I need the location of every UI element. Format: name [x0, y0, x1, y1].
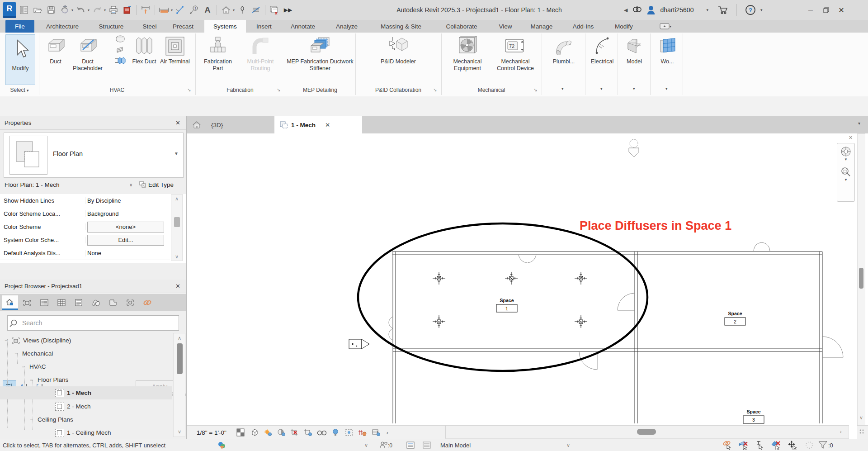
steering-wheel-icon[interactable]	[837, 143, 854, 157]
view-tab-1-mech[interactable]: 1 - Mech ✕	[274, 116, 362, 133]
username[interactable]: dharti25600	[660, 6, 693, 14]
tree-item-1-ceiling-mech[interactable]: 1 - Ceiling Mech	[0, 426, 172, 437]
color-scheme-button[interactable]: <none>	[87, 222, 164, 233]
panel-label-pid[interactable]: P&ID Collaboration	[355, 87, 441, 95]
tree-item-mechanical[interactable]: − Mechanical	[0, 347, 172, 360]
plumbing-panel-button[interactable]: Plumbi...	[544, 34, 583, 65]
browser-schedules-icon[interactable]	[36, 295, 52, 310]
browser-links-icon[interactable]	[122, 295, 138, 310]
tab-manage[interactable]: Manage	[525, 20, 558, 33]
editing-requests-icon[interactable]	[378, 440, 389, 450]
tab-architecture[interactable]: Architecture	[41, 20, 84, 33]
zoom-tool-dropdown[interactable]: ▾	[837, 177, 854, 182]
convert-to-flex-duct-icon[interactable]	[111, 56, 129, 67]
browser-search[interactable]	[7, 315, 179, 331]
ribbon-display-toggle-icon[interactable]: ▾	[656, 20, 675, 33]
collapse-icon[interactable]: −	[22, 364, 28, 370]
scroll-down-icon[interactable]: ∨	[178, 429, 181, 434]
zoom-tool-icon[interactable]	[837, 166, 854, 177]
browser-views-icon[interactable]	[19, 295, 35, 310]
steering-wheel-dropdown[interactable]: ▾	[837, 157, 854, 161]
reveal-constraints-icon[interactable]	[356, 427, 369, 438]
resize-grip[interactable]	[857, 425, 868, 439]
collapse-icon[interactable]: −	[5, 337, 11, 344]
tree-item-1-mech[interactable]: 1 - Mech	[0, 386, 172, 399]
view-tab-close-icon[interactable]: ✕	[325, 121, 330, 128]
walls[interactable]	[392, 252, 822, 423]
crop-region-icon[interactable]	[302, 427, 315, 438]
worksharing-status-icon[interactable]	[216, 440, 227, 450]
restore-button[interactable]	[818, 0, 834, 20]
drawing-canvas[interactable]: Place Diffusers in Space 1 Space 1 Space…	[187, 133, 857, 425]
horizontal-scrollbar[interactable]: ›	[445, 425, 849, 439]
select-underlay-toggle-icon[interactable]	[738, 440, 749, 450]
dimension-dropdown[interactable]: ▾	[171, 8, 173, 12]
tab-analyze[interactable]: Analyze	[331, 20, 363, 33]
tag-icon[interactable]: 1	[188, 4, 200, 16]
thin-lines-icon[interactable]	[250, 4, 262, 16]
air-diffuser-symbol[interactable]	[433, 272, 445, 285]
model-panel-dropdown[interactable]: ▾	[633, 86, 635, 91]
scroll-up-icon[interactable]: ∧	[175, 196, 179, 201]
home-icon[interactable]	[220, 4, 232, 16]
properties-close-icon[interactable]: ✕	[175, 119, 180, 126]
collapse-icon[interactable]: −	[30, 377, 36, 383]
main-model-select[interactable]: Main Model	[440, 442, 471, 449]
panel-label-mechanical[interactable]: Mechanical	[441, 87, 542, 95]
property-row[interactable]: System Color Sche... Edit...	[0, 233, 170, 247]
pid-dialog-launcher-icon[interactable]: ↘	[433, 87, 437, 92]
transfer-project-icon[interactable]	[121, 4, 133, 16]
redo-icon[interactable]	[91, 4, 103, 16]
worksets-panel-button[interactable]: Wo...	[654, 34, 681, 65]
mep-fabrication-ductwork-stiffener-button[interactable]: MEP Fabrication Ductwork Stiffener	[287, 34, 354, 72]
collapse-icon[interactable]: −	[14, 351, 21, 357]
aligned-dimension-icon[interactable]	[175, 4, 186, 16]
detail-level-icon[interactable]	[234, 427, 247, 438]
select-links-toggle-icon[interactable]	[722, 440, 732, 450]
minimize-button[interactable]: ─	[803, 0, 818, 20]
browser-link-chain-icon[interactable]	[139, 295, 156, 310]
tab-collaborate[interactable]: Collaborate	[439, 20, 484, 33]
help-dropdown-icon[interactable]: ▾	[760, 8, 763, 12]
project-browser-close-icon[interactable]: ✕	[175, 283, 180, 290]
search-input[interactable]	[21, 319, 159, 327]
fabrication-dialog-launcher-icon[interactable]: ↘	[277, 87, 280, 92]
temporary-view-properties-icon[interactable]	[329, 427, 342, 438]
collapse-bar-icon[interactable]: ‹	[387, 429, 388, 436]
shadows-icon[interactable]	[274, 427, 288, 438]
tree-item-ceiling-plans[interactable]: − Ceiling Plans	[0, 413, 172, 426]
elevation-marker[interactable]	[629, 139, 639, 157]
cart-icon[interactable]	[717, 5, 728, 15]
edit-type-button[interactable]: Edit Type	[148, 181, 174, 188]
dimension-icon[interactable]	[158, 4, 170, 16]
air-diffuser-symbol[interactable]	[575, 272, 587, 285]
print-icon[interactable]	[108, 4, 119, 16]
worksets-panel-dropdown[interactable]: ▾	[665, 86, 668, 91]
view-tab-3d[interactable]: {3D}	[206, 116, 275, 133]
background-processes-icon[interactable]	[804, 440, 815, 450]
air-diffuser-symbol[interactable]	[433, 315, 445, 328]
tab-modify[interactable]: Modify	[609, 20, 638, 33]
section-icon[interactable]	[236, 4, 248, 16]
tree-item-floor-plans[interactable]: − Floor Plans	[0, 373, 172, 386]
plumbing-panel-dropdown[interactable]: ▾	[561, 86, 564, 91]
scroll-down-icon[interactable]: ∨	[859, 415, 863, 420]
search-help-icon[interactable]	[632, 5, 642, 14]
reveal-hidden-icon[interactable]	[315, 427, 329, 438]
select-by-face-toggle-icon[interactable]	[770, 440, 781, 450]
undo-icon[interactable]	[75, 4, 87, 16]
browser-home-icon[interactable]	[2, 295, 18, 310]
tab-precast[interactable]: Precast	[168, 20, 198, 33]
design-options-icon[interactable]	[405, 440, 416, 450]
electrical-panel-dropdown[interactable]: ▾	[600, 86, 603, 91]
space-tag-3[interactable]: Space 3	[743, 409, 764, 423]
tab-structure[interactable]: Structure	[92, 20, 130, 33]
home-dropdown[interactable]: ▾	[233, 8, 235, 12]
hvac-dialog-launcher-icon[interactable]: ↘	[187, 87, 191, 92]
electrical-panel-button[interactable]: Electrical	[588, 34, 617, 65]
panel-label-select[interactable]: Select ▾	[0, 87, 39, 95]
revit-logo-icon[interactable]: R	[3, 2, 16, 18]
instance-dropdown-icon[interactable]: ∨	[129, 182, 132, 187]
open-icon[interactable]	[32, 4, 43, 16]
collapse-icon[interactable]: −	[30, 417, 36, 423]
